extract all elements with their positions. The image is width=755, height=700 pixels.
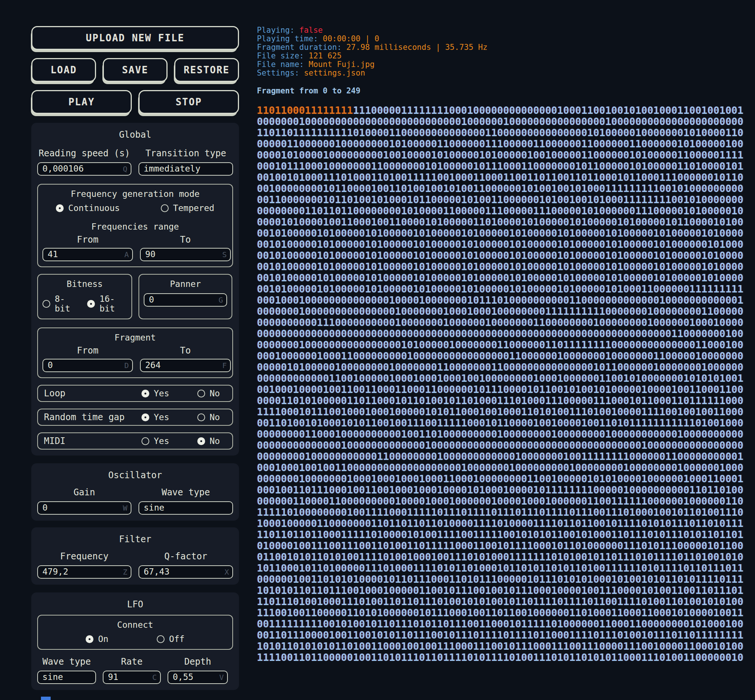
binary-line: 0000110101000001101100010110100101101000… xyxy=(257,395,748,406)
loop-label: Loop xyxy=(44,388,141,398)
reading-speed-label: Reading speed (s) xyxy=(37,148,132,159)
random-gap-no-option[interactable]: No xyxy=(197,412,226,422)
filter-frequency-input[interactable] xyxy=(37,565,132,579)
reading-speed-input[interactable] xyxy=(37,162,132,176)
freq-range-to-label: To xyxy=(140,234,231,245)
lfo-wave-type-input[interactable] xyxy=(37,670,96,684)
freq-to-input[interactable] xyxy=(140,248,231,261)
freq-from-input[interactable] xyxy=(42,248,133,261)
oscillator-panel: Oscillator Gain Wave type W xyxy=(31,463,239,520)
output-column: Playing: falsePlaying time: 00:00:00 | 0… xyxy=(257,26,748,663)
freq-mode-continuous-label: Continuous xyxy=(68,203,119,213)
fragment-from-input[interactable] xyxy=(42,359,133,372)
bitness-box: Bitness 8-bit 16-bit xyxy=(37,274,132,319)
fragment-to-field: F xyxy=(140,359,231,372)
loop-no-radio[interactable] xyxy=(197,390,205,397)
lfo-connect-on-label: On xyxy=(98,634,108,644)
gain-field: W xyxy=(37,501,132,515)
freq-mode-continuous-radio[interactable] xyxy=(56,204,64,212)
q-factor-field: X xyxy=(138,565,233,579)
status-value: false xyxy=(299,26,323,34)
random-gap-yes-label: Yes xyxy=(154,412,169,422)
transition-type-label: Transition type xyxy=(138,148,233,159)
bitness-8bit-option[interactable]: 8-bit xyxy=(42,294,77,313)
lfo-connect-box: Connect On Off xyxy=(37,615,233,650)
binary-line: 1101110100100011101001101101110100101010… xyxy=(257,596,748,607)
fragment-from-label: From xyxy=(42,345,133,356)
control-column: UPLOAD NEW FILE LOAD SAVE RESTORE PLAY S… xyxy=(31,26,239,700)
midi-no-option[interactable]: No xyxy=(197,436,226,446)
lfo-connect-off-radio[interactable] xyxy=(157,635,164,643)
upload-new-file-button[interactable]: UPLOAD NEW FILE xyxy=(31,26,239,50)
load-button[interactable]: LOAD xyxy=(31,58,96,82)
binary-line: 0000001001101010100001011011100011010111… xyxy=(257,574,748,585)
random-gap-yes-option[interactable]: Yes xyxy=(141,412,197,422)
binary-line: 0001001101110001001100100010001000010100… xyxy=(257,484,748,496)
binary-line: 1010110101010110100110001001001110001110… xyxy=(257,641,748,652)
play-button[interactable]: PLAY xyxy=(31,90,132,114)
midi-yes-option[interactable]: Yes xyxy=(141,436,197,446)
binary-line: 0010100000101000001010000010100000101000… xyxy=(257,250,748,261)
gain-input[interactable] xyxy=(37,501,132,515)
binary-line: 0011000000010110100101000101100000101001… xyxy=(257,194,748,205)
loop-yes-option[interactable]: Yes xyxy=(141,389,197,398)
lfo-wave-type-field xyxy=(37,670,96,684)
midi-yes-label: Yes xyxy=(154,436,169,446)
status-value: 00:00:00 | 0 xyxy=(323,34,379,43)
loop-no-option[interactable]: No xyxy=(197,389,226,398)
bitness-8bit-radio[interactable] xyxy=(42,300,50,308)
binary-line: 0010100000101000001010000010100000101000… xyxy=(257,239,748,250)
q-factor-input[interactable] xyxy=(138,565,233,579)
status-line: File size: 121 625 xyxy=(257,52,748,60)
status-line: Playing: false xyxy=(257,26,748,34)
binary-line: 0000011000000100000000101000001100000011… xyxy=(257,138,748,150)
binary-line: 0011010010100010101100100111001111100010… xyxy=(257,417,748,429)
random-gap-no-radio[interactable] xyxy=(197,414,205,421)
osc-wave-type-input[interactable] xyxy=(138,501,233,515)
freq-mode-tempered-radio[interactable] xyxy=(161,204,169,212)
lfo-connect-on-radio[interactable] xyxy=(86,635,94,643)
save-button[interactable]: SAVE xyxy=(103,58,168,82)
binary-line: 0000001100001100000000010000100010000001… xyxy=(257,496,748,507)
lfo-connect-off-option[interactable]: Off xyxy=(157,634,185,644)
binary-line: 1000100000110000000110110110110100001111… xyxy=(257,518,748,529)
lfo-panel: LFO Connect On Off Wave type Rate D xyxy=(31,592,239,690)
bitness-16bit-radio[interactable] xyxy=(87,300,95,308)
fragment-to-input[interactable] xyxy=(140,359,231,372)
status-label: File name: xyxy=(257,60,309,69)
midi-no-radio[interactable] xyxy=(197,437,205,445)
fragment-from-field: D xyxy=(42,359,133,372)
bitness-16bit-option[interactable]: 16-bit xyxy=(87,294,127,313)
binary-line: 0000000000000000000000000000000000000000… xyxy=(257,328,748,339)
bitness-8bit-label: 8-bit xyxy=(55,294,77,313)
lfo-depth-input[interactable] xyxy=(168,670,228,684)
binary-line: 0001000100000000000000100001000000010111… xyxy=(257,295,748,306)
binary-line: 1011000101101000001110100011110101101000… xyxy=(257,562,748,574)
restore-button[interactable]: RESTORE xyxy=(174,58,239,82)
midi-label: MIDI xyxy=(44,436,141,446)
stop-button[interactable]: STOP xyxy=(138,90,239,114)
fragment-to-label: To xyxy=(140,345,231,356)
binary-line: 0000000100000000000000001010000010000000… xyxy=(257,339,748,350)
random-time-gap-row: Random time gap Yes No xyxy=(37,409,233,426)
lfo-connect-on-option[interactable]: On xyxy=(86,634,108,644)
status-value: settings.json xyxy=(304,69,365,77)
freq-mode-continuous-option[interactable]: Continuous xyxy=(56,203,119,213)
panner-input[interactable] xyxy=(144,293,227,307)
binary-line: 0011111111100101001011011101011011100110… xyxy=(257,619,748,630)
freq-range-from-label: From xyxy=(42,234,133,245)
binary-line-rest: 1110000011111111000100000000000000100011… xyxy=(353,105,744,116)
panner-box: Panner G xyxy=(138,274,232,319)
loop-yes-radio[interactable] xyxy=(141,390,149,397)
midi-yes-radio[interactable] xyxy=(141,437,149,445)
binary-line: 0010100000101000001010000010100000101000… xyxy=(257,228,748,239)
lfo-rate-input[interactable] xyxy=(103,670,161,684)
transition-type-input[interactable] xyxy=(138,162,233,176)
binary-line: 0001011100010000000110000000101000001011… xyxy=(257,161,748,172)
binary-line: 0100001001110011100110100110111110001100… xyxy=(257,541,748,552)
random-gap-yes-radio[interactable] xyxy=(141,414,149,421)
status-label: File size: xyxy=(257,52,309,60)
binary-line: 0010100000101000001010000010100000101000… xyxy=(257,284,748,295)
midi-row: MIDI Yes No xyxy=(37,433,233,450)
freq-mode-tempered-option[interactable]: Tempered xyxy=(161,203,215,213)
